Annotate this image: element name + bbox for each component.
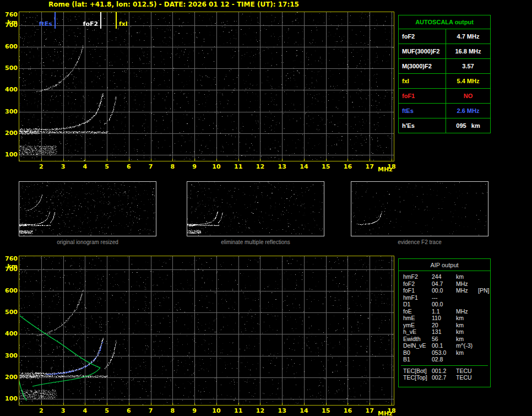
thumbnail-evidence-f2-canvas [351,182,488,236]
aip-param-name: B0 [403,349,432,356]
x-axis-tick-label: 13 [276,407,287,414]
aip-param-unit [456,294,478,301]
aip-param-value: 1.1 [432,308,456,315]
autoscala-row-value: 2.6 MHz [446,104,490,118]
aip-row: ymE20km [399,322,490,329]
x-axis-tick-label: 4 [79,407,90,414]
bottom-ionogram-canvas [19,256,394,405]
y-axis-tick-label: 300 [1,352,18,359]
aip-param-name: foF2 [403,280,432,288]
x-axis-tick-label: 13 [276,163,287,170]
x-axis-tick-label: 9 [189,407,200,414]
aip-row: foF100.0MHz[PN] [399,287,490,294]
aip-row: foE1.1MHz [399,308,490,315]
top-ionogram-canvas [19,12,394,161]
page-title: Rome (lat: +41.8, lon: 012.5) - DATE: 20… [48,1,299,8]
thumbnail-eliminate-reflections-canvas [187,182,324,236]
x-axis-tick-label: 8 [167,163,178,170]
x-axis-tick-label: 14 [298,407,310,414]
marker-label-fxI: fxI [119,21,128,28]
x-axis-tick-label: 17 [364,407,375,414]
autoscala-row-value: 4.7 MHz [446,29,490,44]
y-axis-tick-label: 300 [1,108,18,115]
x-axis-unit-label: MHz [378,410,393,416]
y-axis-tick-label: 400 [1,86,18,93]
thumbnail-caption-evidence: evidence F2 trace [351,239,488,245]
top-ionogram-plot [19,12,394,161]
x-axis-tick-label: 15 [321,163,332,170]
aip-param-unit: km [456,315,478,322]
aip-param-name: Ewidth [403,336,432,343]
autoscala-row: foF1NO [399,88,490,103]
aip-param-unit [456,356,478,363]
aip-row: hmF1--- [399,294,490,301]
autoscala-row-label: M(3000)F2 [399,59,446,73]
autoscala-table-title: AUTOSCALA output [399,15,490,29]
x-axis-tick-label: 6 [123,163,134,170]
autoscala-row: ftEs2.6 MHz [399,103,490,118]
aip-row: Ewidth56km [399,336,490,343]
aip-row: DelN_vE00.1m^(-3) [399,342,490,349]
aip-row: foF204.7MHz [399,280,490,288]
thumbnail-eliminate-reflections [187,181,324,236]
aip-param-value: 131 [432,328,456,336]
x-axis-tick-label: 16 [342,163,353,170]
aip-param-unit: m^(-3) [456,342,478,349]
aip-output-table: AIP output hmF2244kmfoF204.7MHzfoF100.0M… [398,258,491,387]
aip-param-name: hmF2 [403,273,432,280]
autoscala-row: M(3000)F23.57 [399,58,490,73]
x-axis-tick-label: 10 [211,407,222,414]
y-axis-tick-label: 100 [1,395,18,402]
autoscala-row: MUF(3000)F216.8 MHz [399,44,490,58]
y-axis-max-label: 760 [1,11,18,18]
aip-param-name: hmF1 [403,294,432,301]
aip-tec-separator [401,365,488,366]
aip-param-value: 20 [432,322,456,329]
aip-param-value: 00.0 [432,301,456,308]
aip-param-name: B1 [403,356,432,363]
aip-param-unit: km [456,322,478,329]
autoscala-row-label: fxI [399,74,446,88]
aip-param-name: D1 [403,301,432,308]
x-axis-tick-label: 7 [145,163,156,170]
aip-param-name: TEC[Top] [403,374,432,381]
aip-tec-rows: TEC[Bot]001.2TECUTEC[Top]002.7TECU [399,368,490,381]
x-axis-tick-label: 11 [233,407,244,414]
aip-param-value: 001.2 [432,368,456,375]
autoscala-row-label: h'Es [399,118,446,133]
aip-row: hmF2244km [399,273,490,280]
aip-param-name: TEC[Bot] [403,368,432,375]
aip-param-unit: km [456,273,478,280]
x-axis-tick-label: 8 [167,407,178,414]
aip-param-unit: km [456,336,478,343]
y-axis-tick-label: 600 [1,43,18,50]
aip-param-unit: MHz [456,280,478,288]
thumbnail-original-canvas [19,182,156,236]
y-axis-tick-label: 500 [1,64,18,72]
thumbnail-evidence-f2 [351,181,488,236]
autoscala-row-value: NO [446,89,490,103]
autoscala-row: h'Es095 km [399,118,490,133]
aip-param-name: foE [403,308,432,315]
bottom-ionogram-plot [19,256,394,406]
aip-param-unit [456,301,478,308]
aip-param-value: 04.7 [432,280,456,288]
x-axis-tick-label: 12 [254,163,265,170]
aip-param-name: ymE [403,322,432,329]
autoscala-row-value: 3.57 [446,59,490,73]
aip-param-unit: MHz [456,287,478,294]
x-axis-tick-label: 10 [211,163,222,170]
marker-label-ftEs: ftEs [20,21,52,28]
aip-table-title: AIP output [399,259,490,271]
x-axis-tick-label: 3 [58,163,69,170]
autoscala-table-rows: foF24.7 MHzMUF(3000)F216.8 MHzM(3000)F23… [399,29,490,133]
y-axis-tick-label: 400 [1,330,18,337]
y-axis-unit-label: km [1,263,18,270]
aip-param-value: 110 [432,315,456,322]
x-axis-tick-label: 14 [298,163,310,170]
aip-row: B102.8 [399,356,490,363]
y-axis-tick-label: 500 [1,309,18,316]
aip-row: h_vE131km [399,328,490,336]
autoscala-row: foF24.7 MHz [399,29,490,44]
aip-param-unit: MHz [456,308,478,315]
